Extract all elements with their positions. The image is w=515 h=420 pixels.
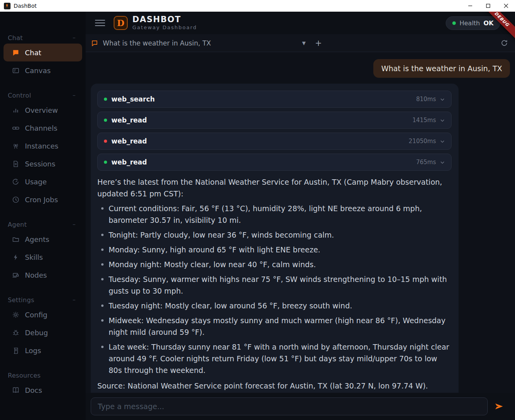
os-titlebar: DashBot — [0, 0, 515, 12]
section-title-resources: Resources — [8, 372, 76, 379]
refresh-icon[interactable] — [501, 39, 508, 47]
sidebar-item-nodes[interactable]: Nodes — [4, 266, 82, 284]
sidebar-section-settings: Settings – Config Debug — [0, 294, 86, 359]
sidebar-item-label: Config — [25, 311, 47, 319]
forecast-item: Tuesday: Sunny, warmer with highs near 7… — [100, 273, 452, 297]
chevron-down-icon[interactable] — [440, 160, 445, 165]
window-title: DashBot — [14, 3, 37, 9]
section-title-settings: Settings — [8, 296, 73, 304]
tool-call-row[interactable]: web_read 765ms — [97, 154, 452, 171]
chevron-down-icon[interactable] — [440, 139, 445, 144]
sidebar-item-label: Chat — [25, 49, 41, 57]
sidebar-section-resources: Resources Docs — [0, 369, 86, 399]
collapse-icon[interactable]: – — [73, 34, 76, 41]
section-title-control: Control — [8, 92, 73, 99]
sidebar-item-instances[interactable]: Instances — [4, 137, 82, 155]
sidebar-item-label: Agents — [25, 235, 49, 243]
forecast-item: Monday night: Mostly clear, low near 40 … — [100, 259, 452, 270]
sidebar-item-label: Usage — [25, 178, 47, 186]
forecast-item: Tuesday night: Mostly clear, low around … — [100, 300, 452, 312]
chevron-down-icon[interactable] — [440, 97, 445, 102]
forecast-item: Midweek: Wednesday stays mostly sunny an… — [100, 315, 452, 338]
sidebar-item-label: Channels — [25, 124, 57, 132]
brand-name: DASHBOT — [132, 15, 197, 24]
tool-call-row[interactable]: web_search 810ms — [97, 91, 452, 108]
main-area: DEBUG D DASHBOT Gateway Dashboard Health… — [86, 12, 515, 420]
sidebar-item-docs[interactable]: Docs — [4, 381, 82, 399]
tool-name: web_search — [111, 95, 416, 103]
maximize-button[interactable] — [479, 0, 497, 12]
forecast-list: Current conditions: Fair, 56 °F (13 °C),… — [100, 203, 452, 376]
chat-bubble-icon — [12, 49, 19, 56]
gauge-icon — [12, 178, 19, 186]
chat-content: What is the weather in Ausin, TX web_sea… — [86, 52, 515, 393]
sidebar-item-label: Cron Jobs — [25, 196, 58, 204]
sidebar-item-skills[interactable]: Skills — [4, 248, 82, 266]
antenna-icon — [12, 142, 19, 150]
forecast-item: Late week: Thursday sunny near 81 °F wit… — [100, 341, 452, 376]
sidebar-item-cron-jobs[interactable]: Cron Jobs — [4, 191, 82, 208]
sidebar-item-sessions[interactable]: Sessions — [4, 155, 82, 173]
sidebar-item-label: Instances — [25, 142, 58, 150]
tool-status-dot — [104, 140, 107, 143]
tool-status-dot — [104, 98, 107, 101]
sidebar-item-debug[interactable]: Debug — [4, 324, 82, 341]
health-status: OK — [483, 19, 494, 27]
collapse-icon[interactable]: – — [73, 221, 76, 228]
chevron-down-icon[interactable]: ▼ — [302, 40, 306, 46]
menu-icon[interactable] — [95, 20, 105, 26]
tool-duration: 1415ms — [412, 117, 436, 124]
user-message: What is the weather in Ausin, TX — [373, 59, 510, 78]
sidebar-item-config[interactable]: Config — [4, 306, 82, 324]
tool-duration: 21050ms — [409, 138, 436, 145]
sidebar-item-chat[interactable]: Chat — [4, 44, 82, 61]
tool-duration: 810ms — [416, 96, 436, 103]
collapse-icon[interactable]: – — [73, 296, 76, 303]
sidebar-section-agent: Agent – Agents Skills — [0, 219, 86, 284]
tool-name: web_read — [111, 158, 416, 166]
book-icon — [12, 387, 19, 394]
sidebar-item-label: Nodes — [25, 271, 47, 279]
new-session-button[interactable]: + — [315, 38, 322, 48]
sidebar-section-chat: Chat – Chat Canvas — [0, 32, 86, 79]
dashbot-logo: D — [114, 16, 128, 30]
chevron-down-icon[interactable] — [440, 118, 445, 123]
sidebar-item-canvas[interactable]: Canvas — [4, 61, 82, 79]
sidebar-item-label: Sessions — [25, 160, 55, 168]
sidebar-item-label: Canvas — [25, 66, 51, 75]
sidebar-item-usage[interactable]: Usage — [4, 173, 82, 191]
sidebar-item-channels[interactable]: Channels — [4, 119, 82, 137]
sidebar-item-label: Overview — [25, 106, 58, 114]
collapse-icon[interactable]: – — [73, 92, 76, 99]
tool-call-row[interactable]: web_read 1415ms — [97, 112, 452, 129]
sidebar-item-label: Skills — [25, 253, 43, 261]
gear-icon — [12, 311, 19, 318]
minimize-button[interactable] — [461, 0, 479, 12]
sidebar-item-agents[interactable]: Agents — [4, 230, 82, 248]
forecast-item: Monday: Sunny, high around 65 °F with li… — [100, 244, 452, 256]
clock-icon — [12, 196, 19, 203]
bug-icon — [12, 329, 19, 336]
message-input[interactable] — [91, 397, 488, 415]
app-icon — [4, 3, 11, 9]
sidebar-item-label: Debug — [25, 329, 48, 337]
link-icon — [12, 124, 19, 132]
response-source: Source: National Weather Service point f… — [97, 380, 452, 392]
close-button[interactable] — [497, 0, 515, 12]
canvas-icon — [12, 67, 19, 74]
health-status-dot — [452, 21, 456, 25]
sidebar-section-control: Control – Overview Channels — [0, 89, 86, 208]
message-composer — [86, 393, 515, 420]
app-window: DashBot Chat – Chat — [0, 0, 515, 420]
tool-status-dot — [104, 161, 107, 164]
response-intro: Here’s the latest from the National Weat… — [97, 176, 452, 200]
sidebar-item-logs[interactable]: Logs — [4, 341, 82, 359]
sidebar: Chat – Chat Canvas Co — [0, 12, 86, 420]
forecast-item: Current conditions: Fair, 56 °F (13 °C),… — [100, 203, 452, 226]
send-button[interactable] — [490, 397, 508, 415]
forecast-item: Tonight: Partly cloudy, low near 36 °F, … — [100, 229, 452, 241]
sidebar-item-label: Logs — [25, 346, 41, 355]
sidebar-item-overview[interactable]: Overview — [4, 101, 82, 119]
active-session-tab[interactable]: What is the weather in Ausin, TX — [103, 39, 302, 47]
tool-call-row[interactable]: web_read 21050ms — [97, 133, 452, 150]
